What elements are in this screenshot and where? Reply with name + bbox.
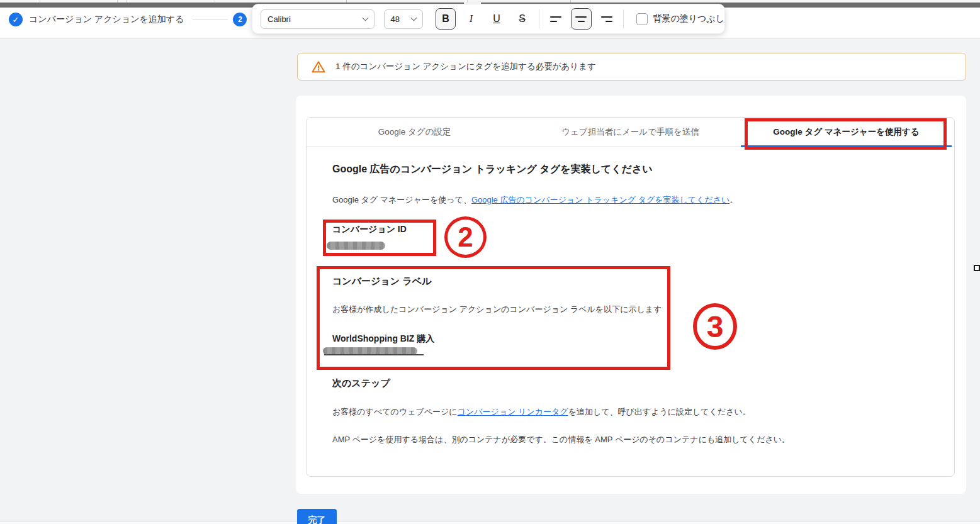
align-center-button[interactable] [571, 8, 592, 30]
bold-button[interactable]: B [436, 8, 456, 30]
warning-message: 1 件のコンバージョン アクションにタグを追加する必要があります [335, 61, 596, 72]
stepper-connector [193, 20, 228, 20]
background-fill-checkbox[interactable] [636, 13, 648, 25]
linker-paragraph: お客様のすべてのウェブページにコンバージョン リンカータグを追加して、呼び出すよ… [332, 406, 751, 418]
underline-button[interactable]: U [487, 8, 507, 30]
intro-paragraph: Google タグ マネージャーを使って、Google 広告のコンバージョン ト… [332, 194, 738, 206]
font-family-value: Calibri [268, 14, 291, 24]
background-fill-label: 背景の塗りつぶし [653, 13, 724, 25]
conversion-id-redacted [327, 242, 385, 250]
next-steps-heading: 次のステップ [332, 377, 390, 389]
step2-number: 2 [238, 15, 242, 24]
align-right-button[interactable] [597, 8, 617, 30]
font-size-select[interactable]: 48 [384, 9, 423, 29]
conversion-label-redacted-underline [324, 354, 424, 355]
align-left-icon [550, 16, 561, 22]
tab-google-tag-manager-label: Google タグ マネージャーを使用する [773, 126, 919, 138]
conversion-label-heading: コンバージョン ラベル [332, 276, 431, 287]
annotation-badge-2: 2 [444, 216, 487, 258]
conversion-linker-link[interactable]: コンバージョン リンカータグ [458, 407, 568, 416]
step2-number-indicator: 2 [233, 13, 247, 26]
chevron-down-icon [362, 15, 368, 21]
intro-prefix: Google タグ マネージャーを使って、 [332, 195, 471, 204]
stepper: ✓ コンバージョン アクションを追加する 2 手順 [9, 13, 271, 26]
conversion-label-description: お客様が作成したコンバージョン アクションのコンバージョン ラベルを以下に示しま… [332, 304, 662, 315]
check-icon: ✓ [13, 15, 20, 25]
done-button[interactable]: 完了 [297, 509, 337, 524]
text-format-toolbar: Calibri 48 B I U S 背景の塗りつぶし [252, 4, 725, 34]
toolbar-divider [539, 9, 539, 28]
align-right-icon [601, 16, 612, 22]
italic-button[interactable]: I [461, 8, 481, 30]
toolbar-divider [623, 9, 624, 28]
chevron-down-icon [410, 15, 417, 21]
amp-note: AMP ページを使用する場合は、別のコンテナが必要です。この情報を AMP ペー… [332, 434, 790, 445]
font-size-value: 48 [391, 14, 400, 24]
active-tab-underline [741, 145, 952, 147]
step1-label: コンバージョン アクションを追加する [29, 14, 184, 25]
tab-google-tag-manager[interactable]: Google タグ マネージャーを使用する [738, 118, 954, 147]
selection-resize-handle[interactable] [974, 265, 980, 271]
conversion-action-name: WorldShopping BIZ 購入 [332, 333, 434, 345]
warning-icon [312, 60, 325, 73]
align-left-button[interactable] [546, 8, 566, 30]
tag-setup-card: Google タグの設定 ウェブ担当者にメールで手順を送信 Google タグ … [306, 117, 955, 477]
strikethrough-button[interactable]: S [512, 8, 532, 30]
intro-suffix: 。 [729, 195, 738, 204]
align-center-icon [575, 16, 587, 22]
warning-banner: 1 件のコンバージョン アクションにタグを追加する必要があります [297, 53, 966, 81]
conversion-id-label: コンバージョン ID [332, 224, 407, 235]
font-family-select[interactable]: Calibri [261, 9, 375, 29]
page-title: Google 広告のコンバージョン トラッキング タグを実装してください [332, 163, 653, 176]
step1-complete-indicator: ✓ [9, 13, 23, 26]
tab-email-instructions[interactable]: ウェブ担当者にメールで手順を送信 [522, 118, 738, 147]
linker-suffix: を追加して、呼び出すように設定してください。 [568, 407, 751, 416]
tag-method-tabs: Google タグの設定 ウェブ担当者にメールで手順を送信 Google タグ … [307, 118, 954, 147]
tab-google-tag-settings[interactable]: Google タグの設定 [307, 118, 522, 147]
bottom-edge-strip [0, 521, 980, 524]
annotation-badge-3: 3 [693, 303, 737, 350]
gtm-implement-link[interactable]: Google 広告のコンバージョン トラッキング タグを実装してください [471, 195, 729, 204]
linker-prefix: お客様のすべてのウェブページに [332, 407, 458, 416]
